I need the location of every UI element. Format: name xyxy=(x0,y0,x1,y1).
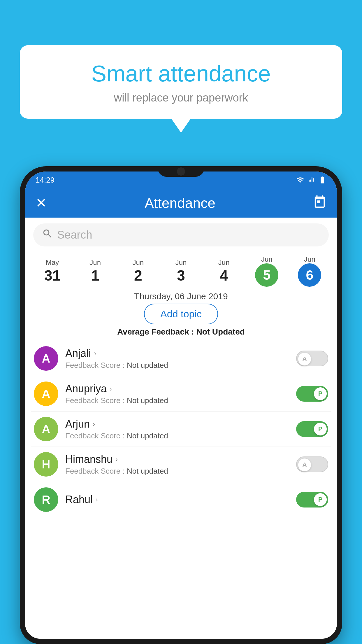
toggle-knob-rahul: P xyxy=(314,493,327,506)
toggle-himanshu[interactable]: A xyxy=(296,456,328,472)
student-info-arjun: Arjun › Feedback Score : Not updated xyxy=(65,418,289,440)
phone-frame: 14:29 ✕ Attendance Search xyxy=(20,166,342,644)
toggle-knob-arjun: P xyxy=(314,423,327,435)
chevron-icon: › xyxy=(94,349,96,358)
avatar-anupriya: A xyxy=(34,382,58,406)
student-item-anupriya[interactable]: A Anupriya › Feedback Score : Not update… xyxy=(31,376,331,411)
toggle-anupriya[interactable]: P xyxy=(296,386,328,402)
selected-date-label: Thursday, 06 June 2019 xyxy=(25,291,337,301)
date-strip: May 31 Jun 1 Jun 2 Jun 3 Jun 4 Jun 5 xyxy=(25,252,337,290)
signal-icon xyxy=(307,176,315,184)
date-col-2[interactable]: Jun 2 xyxy=(117,258,159,284)
chevron-icon: › xyxy=(96,496,98,504)
student-name-anupriya: Anupriya › xyxy=(65,383,289,395)
chevron-icon: › xyxy=(110,385,112,393)
toggle-anjali[interactable]: A xyxy=(296,351,328,366)
student-item-arjun[interactable]: A Arjun › Feedback Score : Not updated P xyxy=(31,411,331,447)
status-time: 14:29 xyxy=(36,176,55,185)
bubble-title: Smart attendance xyxy=(37,61,325,86)
add-topic-button[interactable]: Add topic xyxy=(144,304,218,324)
avatar-arjun: A xyxy=(34,417,58,441)
chevron-icon: › xyxy=(93,420,95,428)
student-info-rahul: Rahul › xyxy=(65,494,289,506)
feedback-arjun: Feedback Score : Not updated xyxy=(65,431,289,440)
chevron-icon: › xyxy=(115,455,118,463)
avg-feedback-value: Not Updated xyxy=(196,327,245,336)
student-list: A Anjali › Feedback Score : Not updated … xyxy=(25,341,337,517)
app-bar-title: Attendance xyxy=(47,195,313,211)
feedback-anupriya: Feedback Score : Not updated xyxy=(65,396,289,405)
toggle-knob-himanshu: A xyxy=(298,459,311,471)
avatar-rahul: R xyxy=(34,487,58,512)
date-col-0[interactable]: May 31 xyxy=(31,258,74,284)
feedback-anjali: Feedback Score : Not updated xyxy=(65,361,289,370)
student-name-himanshu: Himanshu › xyxy=(65,453,289,466)
avg-feedback: Average Feedback : Not Updated xyxy=(25,327,337,337)
date-col-3[interactable]: Jun 3 xyxy=(159,258,202,284)
student-info-anjali: Anjali › Feedback Score : Not updated xyxy=(65,347,289,370)
app-bar: ✕ Attendance xyxy=(25,188,337,218)
close-button[interactable]: ✕ xyxy=(36,195,47,211)
camera xyxy=(177,167,185,176)
feedback-himanshu: Feedback Score : Not updated xyxy=(65,467,289,476)
search-bar[interactable]: Search xyxy=(33,223,329,246)
avg-feedback-label: Average Feedback : xyxy=(117,327,196,336)
calendar-button[interactable] xyxy=(313,195,326,211)
avatar-anjali: A xyxy=(34,346,58,371)
toggle-knob-anjali: A xyxy=(298,353,311,365)
student-name-arjun: Arjun › xyxy=(65,418,289,430)
search-icon xyxy=(42,228,53,242)
date-col-6[interactable]: Jun 6 xyxy=(288,255,331,287)
student-info-himanshu: Himanshu › Feedback Score : Not updated xyxy=(65,453,289,476)
date-col-1[interactable]: Jun 1 xyxy=(74,258,117,284)
wifi-icon xyxy=(296,176,304,184)
phone-screen: 14:29 ✕ Attendance Search xyxy=(25,172,337,639)
status-icons xyxy=(296,176,326,184)
date-col-4[interactable]: Jun 4 xyxy=(203,258,245,284)
toggle-rahul[interactable]: P xyxy=(296,492,328,508)
search-input[interactable]: Search xyxy=(57,229,320,241)
student-name-rahul: Rahul › xyxy=(65,494,289,506)
speech-bubble: Smart attendance will replace your paper… xyxy=(20,45,342,119)
student-name-anjali: Anjali › xyxy=(65,347,289,360)
student-item-anjali[interactable]: A Anjali › Feedback Score : Not updated … xyxy=(31,341,331,376)
toggle-knob-anupriya: P xyxy=(314,387,327,400)
bubble-subtitle: will replace your paperwork xyxy=(37,92,325,104)
student-item-himanshu[interactable]: H Himanshu › Feedback Score : Not update… xyxy=(31,447,331,482)
date-col-5[interactable]: Jun 5 xyxy=(245,255,288,287)
battery-icon xyxy=(318,176,326,184)
phone-notch xyxy=(158,166,204,177)
toggle-arjun[interactable]: P xyxy=(296,421,328,437)
student-info-anupriya: Anupriya › Feedback Score : Not updated xyxy=(65,383,289,405)
avatar-himanshu: H xyxy=(34,452,58,477)
student-item-rahul[interactable]: R Rahul › P xyxy=(31,482,331,517)
